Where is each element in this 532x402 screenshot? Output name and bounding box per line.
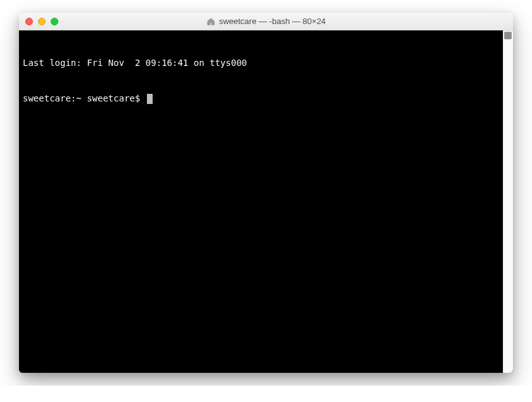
minimize-button[interactable] — [38, 18, 46, 25]
home-icon — [206, 17, 215, 26]
window-body: Last login: Fri Nov 2 09:16:41 on ttys00… — [19, 30, 513, 373]
maximize-button[interactable] — [51, 18, 58, 25]
scroll-indicator-icon — [504, 32, 512, 39]
window-title-wrap: sweetcare — -bash — 80×24 — [19, 16, 513, 26]
last-login-line: Last login: Fri Nov 2 09:16:41 on ttys00… — [23, 57, 499, 69]
cursor — [147, 94, 153, 104]
traffic-lights — [25, 18, 58, 25]
close-button[interactable] — [25, 18, 33, 25]
terminal-window: sweetcare — -bash — 80×24 Last login: Fr… — [19, 13, 513, 373]
window-title: sweetcare — -bash — 80×24 — [219, 16, 326, 26]
prompt-text: sweetcare:~ sweetcare$ — [23, 93, 146, 105]
terminal-content[interactable]: Last login: Fri Nov 2 09:16:41 on ttys00… — [19, 30, 503, 373]
window-titlebar[interactable]: sweetcare — -bash — 80×24 — [19, 13, 513, 30]
prompt-line: sweetcare:~ sweetcare$ — [23, 93, 499, 105]
scrollbar[interactable] — [503, 30, 513, 373]
